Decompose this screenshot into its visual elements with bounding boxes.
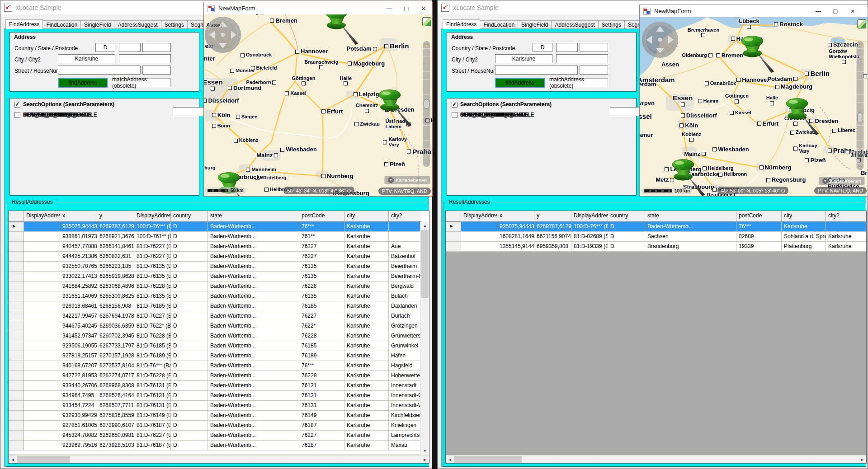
header-city[interactable]: city [344, 211, 389, 222]
row-selector[interactable] [9, 341, 24, 351]
header-y[interactable]: y [97, 211, 134, 222]
header-displayaddress2[interactable]: DisplayAddress [571, 211, 608, 222]
housenumber-field[interactable] [580, 66, 608, 75]
header-y[interactable]: y [534, 211, 571, 222]
cell-state[interactable]: Baden-Württemb... [208, 371, 299, 381]
cell-displayaddress[interactable] [24, 371, 60, 381]
result-row[interactable]: 941684,25892 6263068,4896 81:D-76228 (Ba… [9, 281, 429, 291]
result-row[interactable]: 944675,40245 6269036,6359 81:D-7622* (Ba… [9, 321, 429, 331]
result-row[interactable]: 1608281,1649 6621156,9074 81:D-02689 (Sa… [446, 232, 866, 242]
cell-x[interactable]: 942217,99457 [60, 311, 97, 321]
city2-field[interactable] [556, 54, 608, 63]
cell-displayaddress2[interactable]: 81:D-76227 (Bad... [134, 311, 171, 321]
cell-displayaddress[interactable] [24, 441, 60, 450]
cell-country[interactable]: D [171, 252, 208, 262]
cell-x[interactable]: 926918,68461 [60, 301, 97, 311]
cell-postcode[interactable]: 76*** [299, 361, 344, 371]
cell-displayaddress[interactable] [461, 242, 497, 252]
cell-city2[interactable]: Hohenwetters [389, 371, 421, 381]
minimize-button[interactable]: — [810, 5, 827, 17]
city2-field[interactable] [119, 54, 171, 63]
row-selector[interactable] [9, 391, 24, 401]
pan-center-dot[interactable] [221, 33, 225, 37]
cell-postcode[interactable]: 7622* [299, 321, 344, 331]
zoom-slider-handle[interactable] [424, 99, 429, 109]
row-selector[interactable] [9, 431, 24, 441]
cell-postcode[interactable]: 76227 [299, 242, 344, 252]
row-selector[interactable] [446, 222, 461, 232]
checkbox[interactable] [14, 102, 20, 108]
cell-postcode[interactable]: 76149 [299, 411, 344, 421]
header-x[interactable]: x [497, 211, 534, 222]
cell-displayaddress[interactable] [24, 232, 60, 242]
map-pan-compass[interactable] [642, 22, 678, 58]
cell-state[interactable]: Baden-Württemb... [208, 281, 299, 291]
row-selector[interactable] [9, 411, 24, 421]
zoom-slider-handle[interactable] [857, 113, 863, 122]
cell-x[interactable]: 935075,94443 [497, 222, 534, 232]
cell-state[interactable]: Brandenburg [645, 242, 736, 252]
cell-y[interactable]: 6265309,8625 [97, 291, 134, 301]
row-selector[interactable] [9, 421, 24, 431]
cell-city[interactable]: Karlsruhe [344, 311, 389, 321]
cell-postcode[interactable]: 76187 [299, 421, 344, 431]
cell-x[interactable]: 923969,79516 [60, 441, 97, 450]
cell-displayaddress[interactable] [24, 431, 60, 441]
cell-displayaddress[interactable] [24, 291, 60, 301]
result-row[interactable]: 935075,94443 6269787,6129 100:D-76*** (B… [9, 222, 429, 232]
cell-displayaddress[interactable] [461, 222, 497, 232]
cell-state[interactable]: Baden-Württemb... [208, 351, 299, 361]
city-field[interactable] [495, 54, 552, 63]
cell-country[interactable]: D [171, 321, 208, 331]
cell-displayaddress[interactable] [24, 331, 60, 341]
cell-x[interactable]: 933454,7224 [60, 401, 97, 411]
cell-displayaddress2[interactable]: 81:D-76131 (Bad... [134, 401, 171, 411]
pan-down-arrow[interactable] [219, 43, 227, 48]
header-displayaddress[interactable]: DisplayAddress [24, 211, 60, 222]
cell-displayaddress2[interactable]: 81:D-02689 (Sac... [571, 232, 608, 242]
result-row[interactable]: 931651,14069 6265309,8625 81:D-76135 (Ba… [9, 291, 429, 301]
map-canvas[interactable]: Kiel Lübeck Rostock Bremerhaven Hamburg … [640, 17, 868, 196]
cell-postcode[interactable]: 02689 [736, 232, 782, 242]
cell-y[interactable]: 6621156,9074 [534, 232, 571, 242]
cell-displayaddress2[interactable]: 81:D-76149 (Bad... [134, 411, 171, 421]
result-row[interactable]: 929506,19055 6267733,1797 81:D-76185 (Ba… [9, 341, 429, 351]
findaddress-button[interactable]: findAddress [58, 78, 108, 88]
matchaddress-button[interactable]: matchAddress (obsolete) [112, 78, 171, 87]
result-row[interactable]: 923969,79516 6273928,5103 81:D-76187 (Ba… [9, 441, 429, 450]
cell-postcode[interactable]: 76135 [299, 262, 344, 272]
zoom-in-icon[interactable]: + [857, 42, 863, 49]
cell-displayaddress2[interactable]: 81:D-76189 (Bad... [134, 351, 171, 361]
checkbox[interactable] [452, 112, 458, 118]
cell-y[interactable]: 6275836,8559 [97, 411, 134, 421]
cell-city[interactable]: Karlsruhe [344, 321, 389, 331]
header-city2[interactable]: city2 [826, 211, 867, 222]
cell-city2[interactable]: Innenstadt-Os [389, 391, 421, 401]
cell-city[interactable]: Karlsruhe [344, 401, 389, 411]
cell-postcode[interactable]: 76227 [299, 311, 344, 321]
map-pan-compass[interactable] [205, 17, 241, 53]
scroll-right-arrow[interactable]: ▶ [858, 455, 866, 464]
cell-x[interactable]: 932930,99429 [60, 411, 97, 421]
horizontal-scrollbar[interactable]: ◀ ▶ [446, 455, 866, 463]
cell-country[interactable]: D [171, 222, 208, 232]
cell-country[interactable]: D [171, 311, 208, 321]
cell-city[interactable]: Karlsruhe [344, 351, 389, 361]
header-country[interactable]: country [171, 211, 208, 222]
cell-country[interactable]: D [171, 421, 208, 431]
header-displayaddress[interactable]: DisplayAddress [461, 211, 497, 222]
cell-x[interactable]: 941684,25892 [60, 281, 97, 291]
header-postcode[interactable]: postCode [299, 211, 344, 222]
cell-x[interactable]: 940168,67207 [60, 361, 97, 371]
cell-displayaddress[interactable] [24, 381, 60, 391]
cell-city2[interactable]: Beiertheim-Bu [389, 272, 421, 281]
scroll-right-arrow[interactable]: ▶ [421, 455, 429, 464]
result-row[interactable]: 934964,7495 6268526,4164 81:D-76131 (Bad… [9, 391, 429, 401]
row-selector[interactable] [9, 262, 24, 272]
cell-x[interactable]: 927851,61005 [60, 421, 97, 431]
cell-x[interactable]: 931651,14069 [60, 291, 97, 301]
scrollbar-thumb[interactable] [421, 230, 429, 298]
cell-x[interactable]: 942722,81953 [60, 371, 97, 381]
cell-postcode[interactable]: 76*** [736, 222, 782, 232]
row-selector[interactable] [9, 252, 24, 262]
